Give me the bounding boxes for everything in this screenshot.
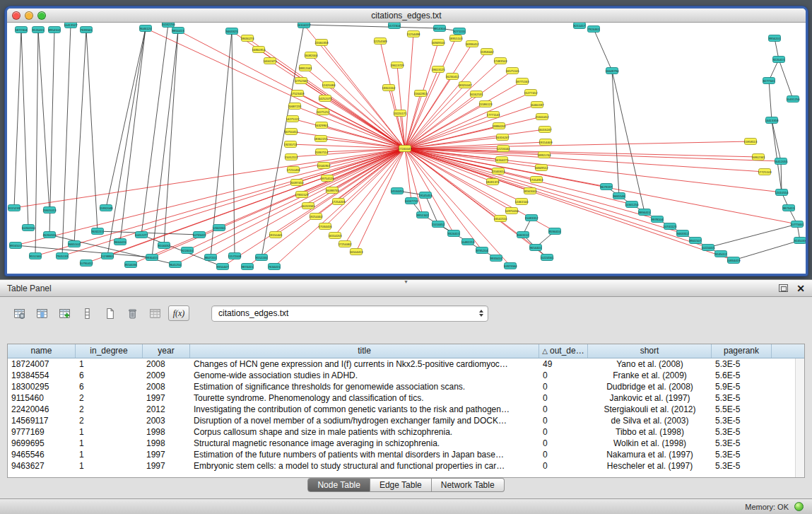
graph-node[interactable]: 24275212 bbox=[316, 109, 330, 115]
column-header-in_degree[interactable]: in_degree bbox=[76, 344, 143, 358]
table-vertical-scrollbar[interactable] bbox=[795, 358, 804, 477]
table-row[interactable]: 1830029562008Estimation of significance … bbox=[8, 381, 804, 392]
column-header-title[interactable]: title bbox=[190, 344, 539, 358]
graph-node[interactable]: 26260555 bbox=[42, 232, 57, 238]
graph-node[interactable]: 17831529 bbox=[295, 192, 309, 198]
graph-node[interactable]: 11254498 bbox=[407, 31, 420, 37]
column-header-short[interactable]: short bbox=[588, 344, 712, 358]
graph-node[interactable]: 18812041 bbox=[298, 65, 312, 71]
graph-node[interactable]: 10923344 bbox=[503, 263, 517, 269]
graph-node[interactable]: 9115233 bbox=[8, 205, 20, 211]
graph-node[interactable]: 9120415 bbox=[33, 27, 45, 33]
graph-node[interactable]: 17254209 bbox=[331, 199, 346, 205]
column-header-out_de[interactable]: △out_de… bbox=[539, 344, 588, 358]
graph-node[interactable]: 10970034 bbox=[505, 208, 519, 214]
graph-node[interactable]: 9664420 bbox=[114, 239, 126, 245]
graph-node[interactable]: 8795204 bbox=[476, 247, 488, 254]
graph-node[interactable]: 17254462 bbox=[338, 241, 352, 247]
graph-node[interactable]: 11014452 bbox=[432, 221, 445, 228]
graph-node[interactable]: 12216044 bbox=[496, 146, 510, 152]
graph-node[interactable]: 17523418 bbox=[290, 90, 305, 97]
graph-node[interactable]: 9152240 bbox=[256, 255, 268, 261]
graph-node[interactable]: 19235711 bbox=[284, 141, 298, 148]
graph-node[interactable]: 16016247 bbox=[538, 127, 552, 133]
graph-node[interactable]: 8894415 bbox=[639, 209, 651, 216]
close-panel-icon[interactable]: ✕ bbox=[796, 284, 805, 293]
graph-node[interactable]: 10733415 bbox=[192, 232, 206, 238]
graph-node[interactable]: 10741123 bbox=[664, 223, 677, 230]
graph-node[interactable]: 12254349 bbox=[373, 38, 387, 45]
memory-status-indicator[interactable] bbox=[794, 502, 804, 511]
graph-node[interactable]: 9350447 bbox=[217, 264, 229, 270]
graph-node[interactable]: 20687231 bbox=[288, 103, 302, 110]
graph-node[interactable]: 8104432 bbox=[158, 243, 170, 249]
graph-node[interactable]: 17240047 bbox=[398, 146, 412, 152]
graph-node[interactable]: 10834419 bbox=[726, 257, 741, 264]
graph-node[interactable]: 10412277 bbox=[134, 232, 148, 238]
graph-node[interactable]: 16460187 bbox=[530, 102, 544, 108]
graph-node[interactable]: 15277412 bbox=[524, 90, 538, 96]
graph-node[interactable]: 9463325 bbox=[226, 28, 238, 35]
column-header-pagerank[interactable]: pagerank bbox=[712, 344, 772, 358]
graph-node[interactable]: 20367114 bbox=[315, 149, 329, 156]
graph-node[interactable]: 10431250 bbox=[786, 96, 800, 103]
graph-node[interactable]: 8941507 bbox=[690, 238, 702, 244]
graph-node[interactable]: 20097410 bbox=[290, 180, 304, 186]
graph-node[interactable]: 9032215 bbox=[92, 228, 104, 235]
graph-node[interactable]: 16164271 bbox=[495, 157, 509, 163]
graph-node[interactable]: 10482213 bbox=[461, 239, 475, 245]
zoom-window-button[interactable] bbox=[37, 11, 46, 20]
graph-node[interactable]: 16316247 bbox=[495, 134, 510, 141]
table-row[interactable]: 946362711997Embryonic stem cells: a mode… bbox=[8, 460, 804, 472]
graph-node[interactable]: 8814304 bbox=[434, 25, 446, 32]
graph-node[interactable]: 9551340 bbox=[30, 253, 42, 259]
table-row[interactable]: 1872400712008Changes of HCN gene express… bbox=[8, 358, 804, 370]
graph-node[interactable]: 19884205 bbox=[492, 123, 506, 129]
graph-node[interactable]: 15083312 bbox=[524, 215, 539, 221]
graph-node[interactable]: 12752341 bbox=[294, 78, 308, 84]
function-builder-button[interactable]: f(x) bbox=[168, 305, 189, 321]
graph-node[interactable]: 10224415 bbox=[701, 245, 715, 251]
graph-node[interactable]: 9641250 bbox=[170, 262, 182, 268]
graph-node[interactable]: 18301162 bbox=[382, 85, 396, 91]
graph-node[interactable]: 10773401 bbox=[790, 221, 804, 228]
row-options-button[interactable] bbox=[78, 305, 97, 322]
table-panel-header[interactable]: ▾ Table Panel ✕ bbox=[0, 279, 812, 297]
graph-node[interactable]: 11572008 bbox=[228, 253, 242, 259]
graph-node[interactable]: 10341250 bbox=[625, 201, 639, 208]
graph-node[interactable]: 15642813 bbox=[413, 90, 428, 97]
graph-node[interactable]: 15586123 bbox=[478, 101, 493, 107]
graph-node[interactable]: 9933410 bbox=[490, 255, 502, 262]
graph-node[interactable]: 17034416 bbox=[318, 223, 332, 230]
graph-node[interactable]: 16203341 bbox=[301, 203, 315, 209]
graph-node[interactable]: 9978104 bbox=[652, 216, 664, 223]
graph-node[interactable]: 10247719 bbox=[404, 198, 418, 204]
graph-node[interactable]: 12461544 bbox=[514, 199, 529, 205]
graph-node[interactable]: 18955744 bbox=[537, 152, 551, 158]
graph-node[interactable]: 22040907 bbox=[317, 163, 331, 169]
minimize-window-button[interactable] bbox=[25, 11, 33, 20]
network-canvas[interactable]: 1724004716082004188120411275234117523418… bbox=[7, 23, 806, 274]
graph-node[interactable]: 8916501 bbox=[10, 243, 22, 249]
graph-node[interactable]: 17483503 bbox=[493, 58, 507, 64]
graph-node[interactable]: 9324415 bbox=[448, 230, 460, 237]
graph-node[interactable]: 5572304 bbox=[389, 23, 401, 29]
graph-node[interactable]: 19254402 bbox=[309, 214, 323, 220]
graph-node[interactable]: 15932048 bbox=[99, 205, 113, 211]
graph-node[interactable]: 9951342 bbox=[417, 212, 429, 218]
graph-node[interactable]: 8463112 bbox=[517, 232, 529, 238]
graph-node[interactable]: 18320047 bbox=[458, 82, 472, 88]
graph-node[interactable]: 17771143 bbox=[487, 112, 500, 118]
graph-node[interactable]: 19145451 bbox=[418, 192, 433, 199]
float-panel-icon[interactable] bbox=[779, 284, 788, 292]
graph-node[interactable]: 18563001 bbox=[523, 188, 537, 194]
table-row[interactable]: 1938455462009Genome-wide association stu… bbox=[8, 370, 804, 381]
graph-node[interactable]: 22060358 bbox=[314, 40, 329, 46]
graph-node[interactable]: 16098733 bbox=[325, 187, 339, 194]
graph-node[interactable]: 9465546 bbox=[613, 193, 625, 199]
graph-node[interactable]: 9245033 bbox=[794, 238, 806, 244]
tab-network-table[interactable]: Network Table bbox=[432, 478, 505, 492]
graph-node[interactable]: 9874415 bbox=[242, 264, 254, 270]
graph-node[interactable]: 18362215 bbox=[314, 136, 328, 142]
graph-node[interactable]: 7634415 bbox=[269, 264, 281, 270]
